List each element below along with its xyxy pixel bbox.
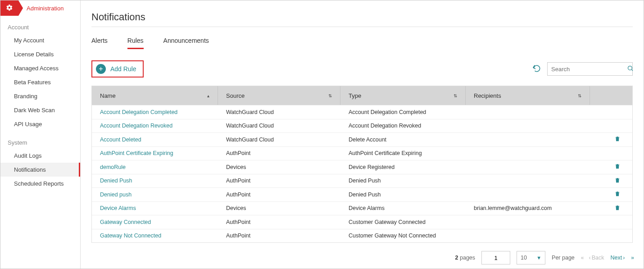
- rule-type: Denied Push: [340, 178, 466, 184]
- rule-actions: [590, 205, 630, 212]
- sort-icon: ⇅: [454, 93, 457, 98]
- svg-line-1: [631, 69, 633, 71]
- sidebar-item-license-details[interactable]: License Details: [0, 47, 80, 61]
- sidebar-item-audit-logs[interactable]: Audit Logs: [0, 149, 80, 163]
- rule-source: WatchGuard Cloud: [218, 137, 340, 143]
- rule-name-link[interactable]: Gateway Not Connected: [92, 233, 218, 239]
- table-row: Denied PushAuthPointDenied Push: [92, 174, 632, 188]
- next-button[interactable]: Next ›: [610, 255, 625, 261]
- rule-source: Devices: [218, 164, 340, 170]
- add-rule-button[interactable]: + Add Rule: [91, 60, 144, 78]
- admin-gear-badge: [0, 0, 18, 16]
- rule-type: Customer Gateway Connected: [340, 219, 466, 225]
- per-page-label: Per page: [552, 255, 575, 261]
- rule-actions: [590, 191, 630, 198]
- double-chevron-left-icon: «: [581, 255, 583, 261]
- sidebar-item-beta-features[interactable]: Beta Features: [0, 75, 80, 89]
- sidebar-group-account: Account: [0, 16, 80, 33]
- sort-icon: ⇅: [578, 93, 581, 98]
- sidebar-item-notifications[interactable]: Notifications: [0, 163, 80, 177]
- chevron-right-icon: ›: [623, 255, 625, 261]
- rule-source: AuthPoint: [218, 191, 340, 198]
- title-divider: [91, 27, 633, 27]
- rule-actions: [590, 136, 630, 143]
- table-row: Gateway Not ConnectedAuthPointCustomer G…: [92, 229, 632, 243]
- rule-name-link[interactable]: Account Delegation Completed: [92, 109, 218, 115]
- admin-header[interactable]: Administration: [0, 0, 80, 16]
- rule-actions: [590, 163, 630, 171]
- col-actions: [590, 86, 630, 105]
- tabs: Alerts Rules Announcements: [91, 37, 633, 50]
- last-page-button[interactable]: »: [631, 255, 633, 261]
- rule-name-link[interactable]: Denied Push: [92, 178, 218, 184]
- sidebar-item-scheduled-reports[interactable]: Scheduled Reports: [0, 177, 80, 191]
- rule-name-link[interactable]: Gateway Connected: [92, 219, 218, 225]
- table-row: AuthPoint Certificate ExpiringAuthPointA…: [92, 146, 632, 160]
- page-input[interactable]: [481, 251, 510, 264]
- rule-source: AuthPoint: [218, 219, 340, 225]
- chevron-down-icon: ▼: [536, 255, 541, 260]
- table-row: demoRuleDevicesDevice Registered: [92, 160, 632, 174]
- chevron-left-icon: ‹: [589, 255, 590, 261]
- rule-source: AuthPoint: [218, 150, 340, 156]
- tab-announcements[interactable]: Announcements: [163, 37, 209, 49]
- sidebar-item-dark-web-scan[interactable]: Dark Web Scan: [0, 103, 80, 117]
- pages-count: 2 pages: [455, 255, 476, 261]
- rule-source: WatchGuard Cloud: [218, 109, 340, 115]
- trash-icon[interactable]: [614, 163, 621, 171]
- sidebar-item-my-account[interactable]: My Account: [0, 33, 80, 47]
- back-button[interactable]: ‹ Back: [589, 255, 604, 261]
- search-icon[interactable]: [627, 65, 634, 73]
- col-recipients[interactable]: Recipients⇅: [466, 86, 590, 105]
- table-row: Gateway ConnectedAuthPointCustomer Gatew…: [92, 215, 632, 229]
- rule-type: Delete Account: [340, 137, 466, 143]
- rule-recipients: brian.lemme@watchguard.com: [466, 205, 590, 211]
- col-source[interactable]: Source⇅: [218, 86, 340, 105]
- table-row: Denied pushAuthPointDenied Push: [92, 187, 632, 201]
- table-row: Device AlarmsDevicesDevice Alarmsbrian.l…: [92, 201, 632, 215]
- sidebar-group-system: System: [0, 131, 80, 149]
- table-row: Account Delegation CompletedWatchGuard C…: [92, 105, 632, 119]
- rule-name-link[interactable]: Device Alarms: [92, 205, 218, 211]
- rule-name-link[interactable]: Account Deleted: [92, 137, 218, 143]
- rule-type: AuthPoint Certificate Expiring: [340, 150, 466, 156]
- trash-icon[interactable]: [614, 136, 621, 143]
- search-input[interactable]: [551, 66, 627, 73]
- trash-icon[interactable]: [614, 191, 621, 198]
- add-rule-label: Add Rule: [110, 65, 136, 73]
- first-page-button[interactable]: «: [581, 255, 583, 261]
- rule-actions: [590, 177, 630, 185]
- per-page-select[interactable]: 10 ▼: [517, 251, 545, 264]
- rule-name-link[interactable]: demoRule: [92, 164, 218, 170]
- rule-source: AuthPoint: [218, 233, 340, 239]
- main-content: Notifications Alerts Rules Announcements…: [81, 0, 644, 269]
- table-header: Name▴ Source⇅ Type⇅ Recipients⇅: [92, 86, 632, 105]
- table-row: Account Delegation RevokedWatchGuard Clo…: [92, 119, 632, 133]
- col-name[interactable]: Name▴: [92, 86, 218, 105]
- gear-icon: [6, 4, 13, 13]
- sidebar: Administration Account My Account Licens…: [0, 0, 81, 269]
- table-row: Account DeletedWatchGuard CloudDelete Ac…: [92, 132, 632, 146]
- refresh-icon[interactable]: [533, 64, 541, 74]
- rule-name-link[interactable]: Denied push: [92, 191, 218, 198]
- rule-type: Account Delegation Completed: [340, 109, 466, 115]
- col-type[interactable]: Type⇅: [340, 86, 466, 105]
- sidebar-item-managed-access[interactable]: Managed Access: [0, 61, 80, 75]
- page-title: Notifications: [91, 11, 633, 23]
- rule-type: Account Delegation Revoked: [340, 123, 466, 129]
- rule-source: AuthPoint: [218, 178, 340, 184]
- admin-title: Administration: [27, 5, 63, 12]
- tab-rules[interactable]: Rules: [127, 37, 144, 49]
- rule-name-link[interactable]: AuthPoint Certificate Expiring: [92, 150, 218, 156]
- trash-icon[interactable]: [614, 177, 621, 185]
- sidebar-item-branding[interactable]: Branding: [0, 89, 80, 103]
- trash-icon[interactable]: [614, 205, 621, 212]
- rule-type: Denied Push: [340, 191, 466, 198]
- rule-name-link[interactable]: Account Delegation Revoked: [92, 123, 218, 129]
- tab-alerts[interactable]: Alerts: [91, 37, 108, 49]
- plus-icon: +: [96, 64, 106, 74]
- sort-asc-icon: ▴: [207, 93, 209, 98]
- toolbar: + Add Rule: [91, 60, 633, 78]
- svg-point-0: [628, 66, 632, 70]
- sidebar-item-api-usage[interactable]: API Usage: [0, 117, 80, 131]
